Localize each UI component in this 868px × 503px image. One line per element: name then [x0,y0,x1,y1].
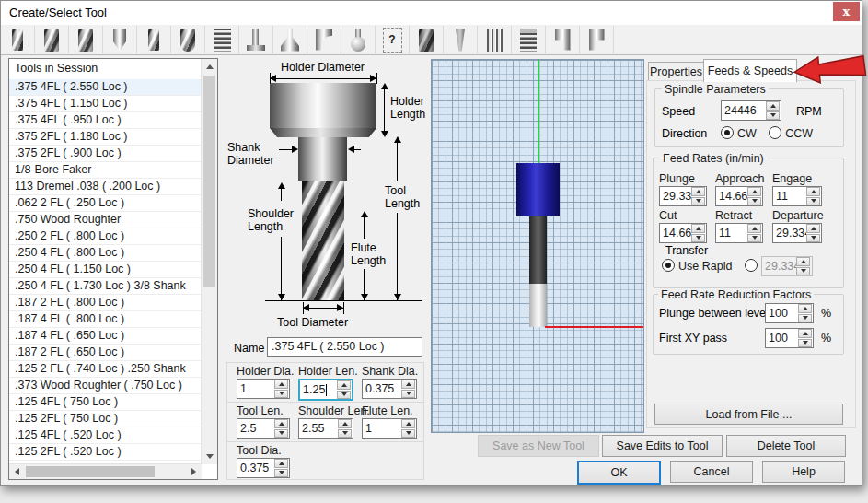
endmill-2flute-button[interactable] [1,26,35,53]
corner-radius-left-button[interactable] [546,26,580,53]
corner-radius-right-button[interactable] [580,26,614,53]
list-item[interactable]: .373 Wood Roughter ( .750 Loc ) [9,378,202,394]
ok-button[interactable]: OK [577,461,661,485]
straight-flute-button[interactable] [478,26,512,53]
spin-down-icon[interactable] [274,390,288,399]
set-radio[interactable] [745,259,758,272]
plunge-between-levels-spinner[interactable]: 100 [765,303,814,323]
close-button[interactable]: x [833,2,860,21]
list-item[interactable]: .375 4FL ( .950 Loc ) [9,112,202,129]
lollipop-button[interactable] [341,26,376,53]
vertical-scroll-thumb[interactable] [203,76,215,287]
scroll-right-icon[interactable] [186,464,202,479]
spin-down-icon[interactable] [691,234,705,243]
list-item[interactable]: .125 2 FL ( .740 Loc ) .250 Shank [9,361,202,378]
shoulder-len-spinner[interactable]: 2.55 [298,418,353,439]
tool-len-spinner[interactable]: 2.5 [237,418,290,439]
list-item[interactable]: .125 4FL ( .520 Loc ) [9,427,202,444]
spin-up-icon[interactable] [274,459,288,468]
approach-spinner[interactable]: 14.667 [715,186,763,206]
list-item[interactable]: .375 4FL ( 1.150 Loc ) [9,96,202,112]
first-xy-pass-spinner[interactable]: 100 [765,328,814,348]
spin-up-icon[interactable] [691,224,705,233]
spin-down-icon[interactable] [337,391,351,400]
thread-mill-button[interactable] [205,26,239,53]
use-rapid-radio[interactable] [662,259,675,272]
list-item[interactable]: .187 2 FL ( .800 Loc ) [9,295,202,311]
spin-down-icon[interactable] [691,197,705,206]
spin-down-icon[interactable] [747,197,761,206]
spin-up-icon[interactable] [798,329,812,338]
ballnose-small-button[interactable] [137,26,171,53]
scroll-down-icon[interactable] [202,449,217,464]
spin-up-icon[interactable] [274,419,288,428]
cw-radio[interactable] [721,126,734,139]
spin-up-icon[interactable] [274,380,288,389]
tool-dia-spinner[interactable]: 0.375 [237,458,290,478]
retract-spinner[interactable]: 11 [715,223,763,243]
spin-down-icon[interactable] [274,429,288,439]
list-item[interactable]: 113 Dremel .038 ( .200 Loc ) [9,179,202,195]
list-item[interactable]: .250 2 FL ( .800 Loc ) [9,228,202,245]
list-item[interactable]: 1/8-Bore Faker [9,162,202,179]
list-item[interactable]: .375 4FL ( 2.550 Loc ) [9,79,202,96]
list-item[interactable]: .375 2FL ( .900 Loc ) [9,146,202,162]
list-item[interactable]: .250 4 FL ( 1.730 Loc ) 3/8 Shank [9,278,202,295]
departure-spinner[interactable]: 29.334 [772,223,822,243]
spin-down-icon[interactable] [766,111,780,121]
tool-name-input[interactable]: .375 4FL ( 2.550 Loc ) [267,337,422,357]
vertical-scrollbar[interactable] [201,59,217,464]
tab-feeds-and-speeds[interactable]: Feeds & Speeds [703,59,797,82]
engage-spinner[interactable]: 11 [772,186,822,206]
spin-down-icon[interactable] [747,234,761,243]
drill-button[interactable] [103,26,137,53]
spin-up-icon[interactable] [401,419,415,428]
load-from-file-button[interactable]: Load from File ... [654,404,843,425]
list-item[interactable]: .187 4 FL ( .650 Loc ) [9,328,202,345]
tool-preview-viewport[interactable] [431,59,644,433]
holder-len-spinner[interactable]: 1.25 [298,379,353,401]
list-item[interactable]: .250 4 FL ( .800 Loc ) [9,245,202,262]
tap-button[interactable] [512,26,546,53]
unknown-tool-button[interactable]: ? [376,26,410,53]
spin-up-icon[interactable] [338,419,352,428]
spin-up-icon[interactable] [806,187,820,196]
spin-up-icon[interactable] [747,187,761,196]
holder-dia-spinner[interactable]: 1 [237,379,290,399]
spin-down-icon[interactable] [401,390,415,399]
list-item[interactable]: .125 2FL ( .520 Loc ) [9,444,202,461]
cut-spinner[interactable]: 14.667 [659,223,707,243]
spin-up-icon[interactable] [401,380,415,389]
spin-down-icon[interactable] [806,234,820,243]
spin-up-icon[interactable] [691,187,705,196]
spin-down-icon[interactable] [401,429,415,439]
spin-up-icon[interactable] [337,380,351,390]
horizontal-scroll-thumb[interactable] [26,466,155,477]
shank-dia-spinner[interactable]: 0.375 [362,379,417,399]
endmill-dark-button[interactable] [410,26,444,53]
list-item[interactable]: .375 2FL ( 1.180 Loc ) [9,129,202,146]
spin-down-icon[interactable] [806,197,820,206]
t-slot-cutter-button[interactable] [239,26,273,53]
scroll-left-icon[interactable] [9,464,25,479]
save-edits-to-tool-button[interactable]: Save Edits to Tool [602,435,723,457]
list-item[interactable]: .187 4 FL ( .800 Loc ) [9,311,202,328]
plunge-spinner[interactable]: 29.334 [659,186,707,206]
spin-up-icon[interactable] [747,224,761,233]
horizontal-scrollbar[interactable] [9,463,202,479]
countersink-button[interactable] [273,26,307,53]
cancel-button[interactable]: Cancel [670,461,753,483]
spin-up-icon[interactable] [798,304,812,313]
scroll-up-icon[interactable] [202,59,217,75]
spin-up-icon[interactable] [766,101,780,111]
list-item[interactable]: .125 4FL ( 750 Loc ) [9,394,202,411]
spin-up-icon[interactable] [806,224,820,233]
spindle-speed-spinner[interactable]: 24446 [721,100,781,121]
corner-round-button[interactable] [307,26,341,53]
endmill-3flute-button[interactable] [35,26,69,53]
ccw-radio[interactable] [769,126,781,139]
spin-down-icon[interactable] [274,469,288,478]
ballnose-large-button[interactable] [171,26,205,53]
spin-down-icon[interactable] [798,339,812,348]
list-item[interactable]: .125 2FL ( 750 Loc ) [9,411,202,427]
